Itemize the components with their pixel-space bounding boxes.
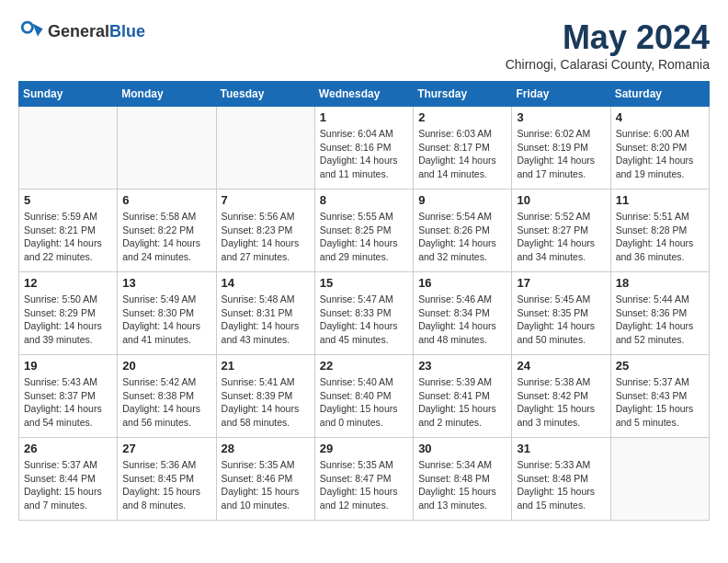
page-header: General Blue May 2024 Chirnogi, Calarasi… [18,18,710,72]
calendar-day-cell: 14Sunrise: 5:48 AMSunset: 8:31 PMDayligh… [216,272,314,355]
calendar-day-cell: 15Sunrise: 5:47 AMSunset: 8:33 PMDayligh… [314,272,413,355]
day-info: Sunrise: 5:36 AMSunset: 8:45 PMDaylight:… [122,458,210,512]
day-number: 10 [517,193,605,207]
day-info: Sunrise: 5:43 AMSunset: 8:37 PMDaylight:… [24,375,112,430]
svg-marker-2 [32,24,42,37]
logo-icon [18,18,44,44]
day-number: 31 [517,442,605,455]
day-number: 16 [418,276,506,290]
day-info: Sunrise: 5:54 AMSunset: 8:26 PMDaylight:… [418,210,506,264]
calendar-day-cell [610,438,709,521]
day-info: Sunrise: 5:59 AMSunset: 8:21 PMDaylight:… [24,210,112,264]
day-number: 24 [517,359,605,373]
calendar-day-cell: 7Sunrise: 5:56 AMSunset: 8:23 PMDaylight… [216,190,314,272]
calendar-day-cell: 22Sunrise: 5:40 AMSunset: 8:40 PMDayligh… [314,355,413,438]
day-info: Sunrise: 5:35 AMSunset: 8:46 PMDaylight:… [222,458,310,512]
day-number: 22 [320,359,408,373]
logo-blue: Blue [109,22,145,41]
day-number: 29 [320,442,408,455]
day-info: Sunrise: 5:50 AMSunset: 8:29 PMDaylight:… [24,293,112,347]
day-info: Sunrise: 5:35 AMSunset: 8:47 PMDaylight:… [320,458,408,512]
day-info: Sunrise: 5:47 AMSunset: 8:33 PMDaylight:… [320,293,408,347]
day-number: 1 [320,110,408,124]
day-number: 28 [222,442,310,455]
calendar-day-cell: 24Sunrise: 5:38 AMSunset: 8:42 PMDayligh… [512,355,610,438]
calendar-day-cell [216,107,314,190]
calendar-day-cell: 6Sunrise: 5:58 AMSunset: 8:22 PMDaylight… [118,190,216,272]
calendar-week-row: 5Sunrise: 5:59 AMSunset: 8:21 PMDaylight… [19,190,710,272]
calendar-day-cell: 25Sunrise: 5:37 AMSunset: 8:43 PMDayligh… [610,355,709,438]
day-number: 8 [320,193,408,207]
calendar-day-cell: 29Sunrise: 5:35 AMSunset: 8:47 PMDayligh… [314,438,413,521]
day-info: Sunrise: 5:45 AMSunset: 8:35 PMDaylight:… [517,293,605,347]
day-number: 13 [122,276,210,290]
title-block: May 2024 Chirnogi, Calarasi County, Roma… [506,18,710,72]
day-info: Sunrise: 5:42 AMSunset: 8:38 PMDaylight:… [122,375,210,430]
weekday-header: Thursday [414,82,512,107]
calendar-day-cell: 16Sunrise: 5:46 AMSunset: 8:34 PMDayligh… [414,272,512,355]
calendar-day-cell: 26Sunrise: 5:37 AMSunset: 8:44 PMDayligh… [19,438,118,521]
calendar-day-cell: 10Sunrise: 5:52 AMSunset: 8:27 PMDayligh… [512,190,610,272]
day-number: 15 [320,276,408,290]
day-info: Sunrise: 5:52 AMSunset: 8:27 PMDaylight:… [517,210,605,264]
calendar-day-cell: 3Sunrise: 6:02 AMSunset: 8:19 PMDaylight… [512,107,610,190]
day-info: Sunrise: 5:34 AMSunset: 8:48 PMDaylight:… [418,458,506,512]
calendar-day-cell: 28Sunrise: 5:35 AMSunset: 8:46 PMDayligh… [216,438,314,521]
day-info: Sunrise: 5:56 AMSunset: 8:23 PMDaylight:… [222,210,310,264]
day-number: 23 [418,359,506,373]
day-info: Sunrise: 5:33 AMSunset: 8:48 PMDaylight:… [517,458,605,512]
weekday-header: Sunday [19,82,118,107]
day-number: 27 [122,442,210,455]
weekday-header: Saturday [610,82,709,107]
day-info: Sunrise: 5:46 AMSunset: 8:34 PMDaylight:… [418,293,506,347]
day-info: Sunrise: 6:02 AMSunset: 8:19 PMDaylight:… [517,127,605,181]
weekday-header: Monday [118,82,216,107]
day-number: 20 [122,359,210,373]
logo: General Blue [18,18,145,44]
calendar-day-cell: 12Sunrise: 5:50 AMSunset: 8:29 PMDayligh… [19,272,118,355]
day-number: 9 [418,193,506,207]
day-number: 18 [616,276,704,290]
calendar-week-row: 1Sunrise: 6:04 AMSunset: 8:16 PMDaylight… [19,107,710,190]
calendar-day-cell: 17Sunrise: 5:45 AMSunset: 8:35 PMDayligh… [512,272,610,355]
day-number: 26 [24,442,112,455]
calendar-day-cell: 1Sunrise: 6:04 AMSunset: 8:16 PMDaylight… [314,107,413,190]
svg-point-1 [24,24,31,31]
calendar-week-row: 12Sunrise: 5:50 AMSunset: 8:29 PMDayligh… [19,272,710,355]
day-number: 3 [517,110,605,124]
day-number: 30 [418,442,506,455]
day-info: Sunrise: 5:37 AMSunset: 8:43 PMDaylight:… [616,375,704,430]
calendar-day-cell: 5Sunrise: 5:59 AMSunset: 8:21 PMDaylight… [19,190,118,272]
day-info: Sunrise: 6:03 AMSunset: 8:17 PMDaylight:… [418,127,506,181]
weekday-header: Tuesday [216,82,314,107]
day-number: 7 [222,193,310,207]
calendar-day-cell: 21Sunrise: 5:41 AMSunset: 8:39 PMDayligh… [216,355,314,438]
calendar-week-row: 26Sunrise: 5:37 AMSunset: 8:44 PMDayligh… [19,438,710,521]
day-info: Sunrise: 5:44 AMSunset: 8:36 PMDaylight:… [616,293,704,347]
calendar-day-cell: 30Sunrise: 5:34 AMSunset: 8:48 PMDayligh… [414,438,512,521]
calendar-day-cell: 23Sunrise: 5:39 AMSunset: 8:41 PMDayligh… [414,355,512,438]
day-number: 21 [222,359,310,373]
calendar-header-row: SundayMondayTuesdayWednesdayThursdayFrid… [19,82,710,107]
month-title: May 2024 [506,18,710,57]
calendar-day-cell: 8Sunrise: 5:55 AMSunset: 8:25 PMDaylight… [314,190,413,272]
calendar-week-row: 19Sunrise: 5:43 AMSunset: 8:37 PMDayligh… [19,355,710,438]
calendar-table: SundayMondayTuesdayWednesdayThursdayFrid… [18,81,710,521]
day-number: 25 [616,359,704,373]
day-info: Sunrise: 5:55 AMSunset: 8:25 PMDaylight:… [320,210,408,264]
day-info: Sunrise: 5:39 AMSunset: 8:41 PMDaylight:… [418,375,506,430]
day-info: Sunrise: 5:41 AMSunset: 8:39 PMDaylight:… [222,375,310,430]
day-number: 5 [24,193,112,207]
calendar-day-cell: 2Sunrise: 6:03 AMSunset: 8:17 PMDaylight… [414,107,512,190]
calendar-day-cell: 13Sunrise: 5:49 AMSunset: 8:30 PMDayligh… [118,272,216,355]
day-info: Sunrise: 5:38 AMSunset: 8:42 PMDaylight:… [517,375,605,430]
day-info: Sunrise: 5:51 AMSunset: 8:28 PMDaylight:… [616,210,704,264]
calendar-day-cell: 20Sunrise: 5:42 AMSunset: 8:38 PMDayligh… [118,355,216,438]
calendar-day-cell: 31Sunrise: 5:33 AMSunset: 8:48 PMDayligh… [512,438,610,521]
day-info: Sunrise: 6:00 AMSunset: 8:20 PMDaylight:… [616,127,704,181]
calendar-day-cell: 9Sunrise: 5:54 AMSunset: 8:26 PMDaylight… [414,190,512,272]
day-number: 6 [122,193,210,207]
day-number: 12 [24,276,112,290]
weekday-header: Friday [512,82,610,107]
day-info: Sunrise: 5:49 AMSunset: 8:30 PMDaylight:… [122,293,210,347]
